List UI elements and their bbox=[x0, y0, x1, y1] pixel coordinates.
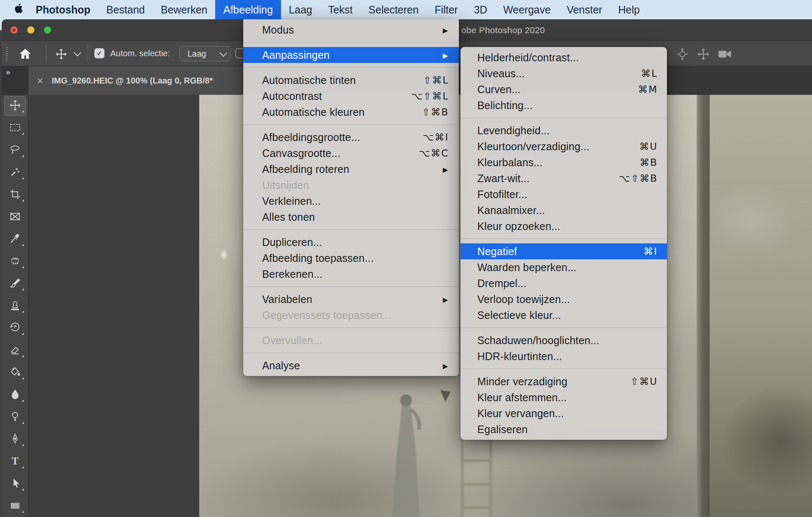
frame-tool[interactable] bbox=[2, 206, 29, 228]
menu-item-levendigheid[interactable]: Levendigheid... bbox=[461, 123, 667, 138]
history-brush-tool-icon bbox=[9, 322, 21, 335]
menu-item-curven[interactable]: Curven...⌘M bbox=[461, 81, 667, 97]
pen-tool[interactable] bbox=[2, 428, 29, 451]
menu-item-drempel[interactable]: Drempel... bbox=[461, 275, 667, 291]
options-bar-grip[interactable] bbox=[6, 47, 8, 60]
path-selection-tool[interactable] bbox=[2, 473, 29, 495]
menu-item-label: Verloop toewijzen... bbox=[477, 293, 570, 306]
menu-item-analyse[interactable]: Analyse▶ bbox=[243, 358, 459, 373]
menu-item-label: Negatief bbox=[477, 245, 517, 258]
menu-item-label: Curven... bbox=[477, 84, 521, 96]
home-icon[interactable] bbox=[19, 48, 31, 61]
menu-item-fotofilter[interactable]: Fotofilter... bbox=[461, 186, 667, 202]
menu-item-helderheid-contrast[interactable]: Helderheid/contrast... bbox=[461, 50, 667, 65]
magic-wand-tool[interactable] bbox=[2, 162, 29, 184]
menu-item-automatische-kleuren[interactable]: Automatische kleuren⇧⌘B bbox=[243, 104, 459, 120]
menu-item-belichting[interactable]: Belichting... bbox=[461, 97, 667, 113]
tools-panel-collapse[interactable]: » bbox=[2, 66, 29, 95]
menu-item-label: Schaduwen/hooglichten... bbox=[477, 334, 599, 347]
clone-stamp-tool[interactable] bbox=[2, 295, 29, 317]
menu-item-kleurtoon-verzadiging[interactable]: Kleurtoon/verzadiging...⌘U bbox=[461, 138, 667, 154]
menu-item-berekenen[interactable]: Berekenen... bbox=[243, 266, 459, 282]
menu-item-kanaalmixer[interactable]: Kanaalmixer... bbox=[461, 202, 667, 218]
menu-item-kleur-afstemmen[interactable]: Kleur afstemmen... bbox=[461, 389, 667, 405]
menu-item-afbeelding-toepassen[interactable]: Afbeelding toepassen... bbox=[243, 250, 459, 266]
menubar-item-afbeelding[interactable]: Afbeelding bbox=[215, 0, 281, 19]
rectangular-marquee-tool[interactable] bbox=[2, 117, 29, 139]
menu-item-dupliceren[interactable]: Dupliceren... bbox=[243, 234, 459, 250]
menu-item-label: Drempel... bbox=[477, 277, 526, 290]
move-tool[interactable] bbox=[2, 95, 29, 117]
menu-item-selectieve-kleur[interactable]: Selectieve kleur... bbox=[461, 307, 667, 323]
menubar-item-photoshop[interactable]: Photoshop bbox=[28, 0, 99, 19]
close-tab-icon[interactable]: × bbox=[37, 75, 43, 86]
menubar-item-3d[interactable]: 3D bbox=[466, 0, 495, 19]
menubar-item-tekst[interactable]: Tekst bbox=[320, 0, 360, 19]
menu-item-niveaus[interactable]: Niveaus...⌘L bbox=[461, 65, 667, 81]
lasso-tool[interactable] bbox=[2, 139, 29, 162]
menubar-item-weergave[interactable]: Weergave bbox=[495, 0, 559, 19]
frame-tool-icon bbox=[9, 211, 21, 224]
blur-tool[interactable] bbox=[2, 384, 29, 406]
healing-patch-tool[interactable] bbox=[2, 251, 29, 273]
menu-item-modus[interactable]: Modus▶ bbox=[243, 22, 459, 38]
auto-select-checkbox[interactable]: ✓ bbox=[94, 48, 104, 58]
menu-separator bbox=[461, 368, 667, 369]
menu-item-kleur-opzoeken[interactable]: Kleur opzoeken... bbox=[461, 218, 667, 234]
menu-separator bbox=[243, 42, 459, 43]
menu-item-label: Kanaalmixer... bbox=[477, 204, 545, 217]
document-tab[interactable]: × IMG_9260.HEIC @ 100% (Laag 0, RGB/8* bbox=[29, 66, 253, 95]
menu-item-hdr-kleurtinten[interactable]: HDR-kleurtinten... bbox=[461, 348, 667, 364]
menu-item-afbeelding-roteren[interactable]: Afbeelding roteren▶ bbox=[243, 161, 459, 177]
auto-select-target-dropdown[interactable]: Laag bbox=[180, 46, 231, 61]
menubar-item-help[interactable]: Help bbox=[610, 0, 648, 19]
menubar-item-venster[interactable]: Venster bbox=[559, 0, 610, 19]
3d-orbit-icon[interactable] bbox=[676, 48, 689, 62]
menu-item-waarden-beperken[interactable]: Waarden beperken... bbox=[461, 259, 667, 275]
menu-item-label: Zwart-wit... bbox=[477, 172, 530, 185]
eraser-tool[interactable] bbox=[2, 339, 29, 362]
menu-item-aanpassingen[interactable]: Aanpassingen▶ bbox=[243, 47, 459, 63]
zoom-window-button[interactable] bbox=[44, 26, 51, 34]
type-tool-icon: T bbox=[9, 455, 21, 469]
type-tool[interactable]: T bbox=[2, 451, 29, 473]
menu-item-negatief[interactable]: Negatief⌘I bbox=[461, 243, 667, 259]
tool-preset-chevron-icon[interactable] bbox=[74, 51, 79, 56]
menubar-item-selecteren[interactable]: Selecteren bbox=[361, 0, 427, 19]
3d-pan-icon[interactable] bbox=[697, 48, 710, 62]
menu-item-minder-verzadiging[interactable]: Minder verzadiging⇧⌘U bbox=[461, 373, 667, 389]
menu-item-schaduwen-hooglichten[interactable]: Schaduwen/hooglichten... bbox=[461, 332, 667, 348]
menu-item-afbeeldingsgrootte[interactable]: Afbeeldingsgrootte...⌥⌘I bbox=[243, 129, 459, 145]
menu-item-alles-tonen[interactable]: Alles tonen bbox=[243, 209, 459, 225]
menu-item-kleur-vervangen[interactable]: Kleur vervangen... bbox=[461, 405, 667, 421]
menu-separator bbox=[243, 352, 459, 353]
paint-bucket-tool[interactable] bbox=[2, 362, 29, 384]
rectangle-tool[interactable] bbox=[2, 495, 29, 517]
menu-item-automatische-tinten[interactable]: Automatische tinten⇧⌘L bbox=[243, 72, 459, 88]
menu-item-kleurbalans[interactable]: Kleurbalans...⌘B bbox=[461, 154, 667, 170]
menubar-item-bewerken[interactable]: Bewerken bbox=[153, 0, 215, 19]
menu-item-canvasgrootte[interactable]: Canvasgrootte...⌥⌘C bbox=[243, 145, 459, 161]
menu-item-shortcut: ⌥⇧⌘L bbox=[411, 91, 449, 102]
menubar-item-bestand[interactable]: Bestand bbox=[99, 0, 153, 19]
apple-menu[interactable] bbox=[9, 0, 28, 19]
menubar-item-laag[interactable]: Laag bbox=[281, 0, 320, 19]
menu-item-verloop-toewijzen[interactable]: Verloop toewijzen... bbox=[461, 291, 667, 307]
eyedropper-tool[interactable] bbox=[2, 228, 29, 251]
pen-tool-icon bbox=[9, 433, 21, 446]
menu-item-autocontrast[interactable]: Autocontrast⌥⇧⌘L bbox=[243, 88, 459, 104]
menu-item-variabelen[interactable]: Variabelen▶ bbox=[243, 291, 459, 307]
menu-item-label: Levendigheid... bbox=[477, 125, 550, 137]
menu-item-verkleinen[interactable]: Verkleinen... bbox=[243, 193, 459, 209]
3d-camera-icon[interactable] bbox=[718, 49, 732, 61]
menubar-item-filter[interactable]: Filter bbox=[427, 0, 466, 19]
minimize-window-button[interactable] bbox=[27, 26, 34, 34]
history-brush-tool[interactable] bbox=[2, 317, 29, 339]
menu-item-zwart-wit[interactable]: Zwart-wit...⌥⇧⌘B bbox=[461, 170, 667, 186]
brush-tool[interactable] bbox=[2, 273, 29, 295]
menu-item-egaliseren[interactable]: Egaliseren bbox=[461, 421, 667, 437]
submenu-arrow-icon: ▶ bbox=[443, 362, 449, 370]
dodge-tool[interactable] bbox=[2, 406, 29, 428]
crop-tool[interactable] bbox=[2, 184, 29, 206]
close-window-button[interactable] bbox=[10, 26, 18, 34]
